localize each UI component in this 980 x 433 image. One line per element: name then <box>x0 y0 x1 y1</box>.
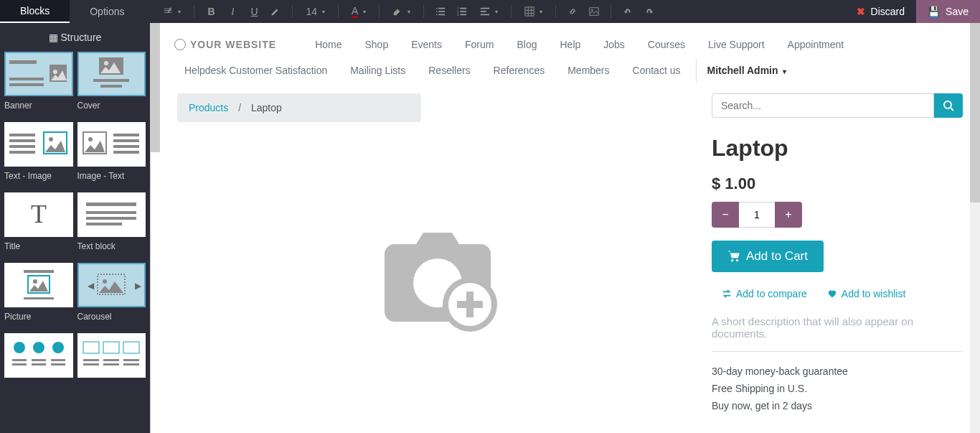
bold-button[interactable]: B <box>202 2 220 21</box>
svg-rect-78 <box>457 301 483 308</box>
add-to-cart-button[interactable]: Add to Cart <box>712 241 824 272</box>
nav-item-blog[interactable]: Blog <box>507 33 547 56</box>
search-input[interactable] <box>712 93 934 118</box>
save-button[interactable]: 💾Save <box>916 0 980 23</box>
cart-icon <box>727 250 740 263</box>
guarantee-line-2: Free Shipping in U.S. <box>712 381 963 398</box>
svg-point-26 <box>53 70 57 74</box>
svg-rect-4 <box>439 11 446 12</box>
add-to-compare-link[interactable]: Add to compare <box>722 288 807 299</box>
qty-increase-button[interactable]: + <box>775 202 802 228</box>
block-text-image[interactable]: Text - Image <box>4 122 73 188</box>
block-title[interactable]: T Title <box>4 192 73 259</box>
nav-item-courses[interactable]: Courses <box>638 33 695 56</box>
svg-rect-3 <box>439 8 446 9</box>
svg-rect-61 <box>32 359 46 361</box>
italic-button[interactable]: I <box>223 2 242 21</box>
page-content: YOUR WEBSITE HomeShopEventsForumBlogHelp… <box>160 23 980 433</box>
qty-decrease-button[interactable]: − <box>712 202 739 228</box>
svg-rect-40 <box>113 139 139 142</box>
nav-item-help[interactable]: Help <box>550 33 590 56</box>
link-button[interactable] <box>563 2 582 21</box>
user-menu[interactable]: Mitchell Admin <box>696 59 796 82</box>
block-picture[interactable]: Picture <box>4 263 73 329</box>
nav-item-live-support[interactable]: Live Support <box>698 33 775 56</box>
block-carousel[interactable]: ◀▶ Carousel <box>77 263 146 329</box>
svg-rect-73 <box>123 363 139 366</box>
nav-item-resellers[interactable]: Resellers <box>418 59 480 82</box>
svg-rect-66 <box>103 342 119 353</box>
svg-point-58 <box>52 342 64 353</box>
product-title: Laptop <box>712 135 963 162</box>
add-to-wishlist-link[interactable]: Add to wishlist <box>827 288 905 299</box>
svg-rect-24 <box>9 83 44 86</box>
nav-item-forum[interactable]: Forum <box>455 33 504 56</box>
nav-item-helpdesk-customer-satisfaction[interactable]: Helpdesk Customer Satisfaction <box>174 59 337 82</box>
breadcrumb-root[interactable]: Products <box>189 102 228 113</box>
svg-rect-23 <box>9 78 44 80</box>
svg-point-21 <box>592 9 593 11</box>
block-banner[interactable]: Banner <box>4 52 73 118</box>
svg-rect-47 <box>86 223 122 225</box>
nav-item-home[interactable]: Home <box>305 33 352 56</box>
block-columns[interactable] <box>4 333 73 389</box>
tab-blocks[interactable]: Blocks <box>0 0 70 23</box>
guarantee-line-1: 30-day money-back guarantee <box>712 363 963 381</box>
svg-rect-9 <box>461 8 467 9</box>
font-color-dropdown[interactable]: A▾ <box>346 2 372 21</box>
ul-button[interactable] <box>431 2 450 21</box>
sidebar-scrollbar[interactable] <box>150 23 160 433</box>
svg-rect-14 <box>481 14 489 16</box>
nav-item-appointment[interactable]: Appointment <box>778 33 854 56</box>
tab-options[interactable]: Options <box>70 0 144 23</box>
svg-rect-67 <box>123 342 139 353</box>
font-size-dropdown[interactable]: 14▾ <box>300 2 331 21</box>
search-button[interactable] <box>934 93 963 118</box>
svg-point-82 <box>736 259 738 261</box>
nav-item-references[interactable]: References <box>484 59 555 82</box>
svg-rect-68 <box>83 359 99 361</box>
clear-format-button[interactable] <box>266 2 285 21</box>
svg-point-57 <box>33 342 44 353</box>
breadcrumb: Products / Laptop <box>177 93 421 122</box>
svg-rect-5 <box>439 14 446 16</box>
svg-rect-42 <box>113 151 139 154</box>
nav-item-contact-us[interactable]: Contact us <box>623 59 691 82</box>
svg-text:▶: ▶ <box>135 281 142 291</box>
svg-rect-51 <box>24 297 54 299</box>
svg-rect-34 <box>9 151 35 154</box>
discard-button[interactable]: ✖Discard <box>845 0 916 23</box>
image-button[interactable] <box>585 2 603 21</box>
short-description[interactable]: A short description that will also appea… <box>712 315 963 352</box>
nav-item-events[interactable]: Events <box>401 33 452 56</box>
redo-button[interactable] <box>640 2 659 21</box>
svg-rect-60 <box>12 363 27 366</box>
nav-item-jobs[interactable]: Jobs <box>593 33 635 56</box>
heart-icon <box>827 289 837 299</box>
block-image-text[interactable]: Image - Text <box>77 122 146 188</box>
product-image-placeholder[interactable] <box>177 122 697 366</box>
svg-rect-71 <box>103 363 119 366</box>
undo-button[interactable] <box>618 2 637 21</box>
svg-rect-63 <box>51 359 65 361</box>
ol-button[interactable]: 123 <box>453 2 471 21</box>
block-cover[interactable]: Cover <box>77 52 146 118</box>
svg-point-79 <box>944 101 951 108</box>
svg-rect-32 <box>9 139 35 142</box>
nav-item-members[interactable]: Members <box>557 59 619 82</box>
svg-point-28 <box>104 61 108 65</box>
nav-item-shop[interactable]: Shop <box>354 33 398 56</box>
svg-text:◀: ◀ <box>88 281 95 291</box>
style-dropdown[interactable]: ▾ <box>157 2 187 21</box>
block-text-block[interactable]: Text block <box>77 192 146 259</box>
align-dropdown[interactable]: ▾ <box>474 2 504 21</box>
highlight-dropdown[interactable]: ▾ <box>387 2 416 21</box>
nav-item-mailing-lists[interactable]: Mailing Lists <box>340 59 415 82</box>
svg-rect-45 <box>86 211 136 214</box>
svg-rect-30 <box>100 85 122 88</box>
underline-button[interactable]: U <box>245 2 263 21</box>
block-gallery[interactable] <box>77 333 146 389</box>
qty-input[interactable] <box>739 202 775 228</box>
content-scrollbar[interactable] <box>970 23 980 433</box>
table-dropdown[interactable]: ▾ <box>519 2 548 21</box>
